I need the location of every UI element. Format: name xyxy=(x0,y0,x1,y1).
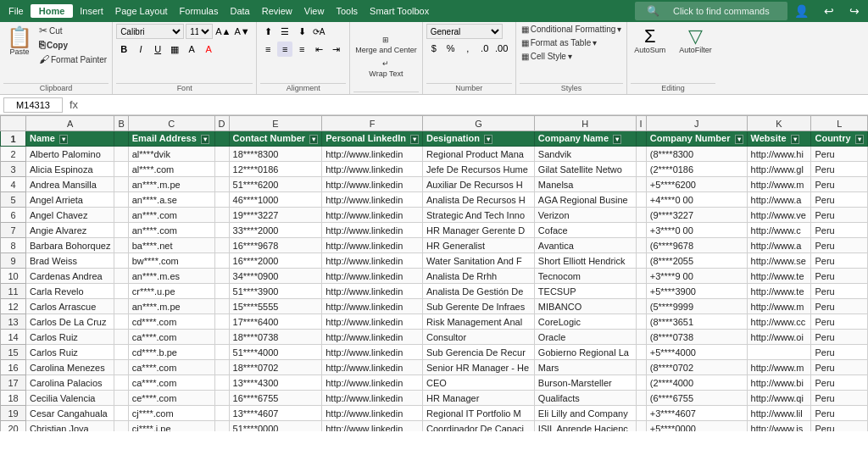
table-cell[interactable] xyxy=(114,208,128,223)
filter-dropdown-icon[interactable]: ▾ xyxy=(791,135,799,144)
table-cell[interactable] xyxy=(214,406,229,421)
table-cell[interactable]: Gilat Satellite Netwo xyxy=(534,162,636,177)
table-cell[interactable]: http://www.linkedin xyxy=(322,406,423,421)
table-cell[interactable] xyxy=(214,177,229,192)
data-header-cell[interactable]: Country ▾ xyxy=(811,131,868,147)
table-cell[interactable]: Carolina Menezes xyxy=(26,360,114,375)
table-cell[interactable]: Peru xyxy=(811,284,868,299)
fill-color-button[interactable]: A xyxy=(184,42,199,57)
conditional-formatting-button[interactable]: ▦ Conditional Formatting ▾ xyxy=(520,24,624,35)
col-header-h[interactable]: H xyxy=(534,116,636,131)
table-cell[interactable]: Short Elliott Hendrick xyxy=(534,253,636,269)
table-cell[interactable]: http://www.qi xyxy=(747,391,811,406)
table-cell[interactable] xyxy=(636,253,646,269)
table-cell[interactable]: (2****0186 xyxy=(646,162,747,177)
table-cell[interactable]: http://www.lil xyxy=(747,406,811,421)
redo-icon[interactable]: ↪ xyxy=(844,3,865,19)
table-cell[interactable]: http://www.linkedin xyxy=(322,162,423,177)
align-middle-button[interactable]: ☰ xyxy=(277,24,292,39)
align-top-button[interactable]: ⬆ xyxy=(260,24,275,39)
font-size-select[interactable]: 11 xyxy=(186,24,213,39)
table-cell[interactable]: 17****6400 xyxy=(229,314,322,330)
table-cell[interactable]: Regional IT Portfolio M xyxy=(423,406,535,421)
table-cell[interactable]: 16****2000 xyxy=(229,253,322,269)
table-cell[interactable]: Sandvik xyxy=(534,147,636,162)
table-cell[interactable]: http://www.ve xyxy=(747,208,811,223)
table-cell[interactable]: Angel Chavez xyxy=(26,208,114,223)
table-cell[interactable] xyxy=(214,330,229,345)
table-cell[interactable]: +3****9 00 xyxy=(646,269,747,284)
table-cell[interactable] xyxy=(214,284,229,299)
table-cell[interactable]: 18****0738 xyxy=(229,330,322,345)
table-cell[interactable]: http://www.linkedin xyxy=(322,391,423,406)
table-cell[interactable]: AGA Regional Busine xyxy=(534,192,636,208)
table-cell[interactable]: http://www.linkedin xyxy=(322,345,423,360)
italic-button[interactable]: I xyxy=(133,42,148,57)
table-cell[interactable] xyxy=(214,238,229,253)
table-cell[interactable]: Christian Joya xyxy=(26,421,114,432)
table-cell[interactable]: Analista De Recursos H xyxy=(423,192,535,208)
table-cell[interactable]: (8****0702 xyxy=(646,360,747,375)
table-cell[interactable]: MIBANCO xyxy=(534,299,636,314)
table-cell[interactable] xyxy=(214,192,229,208)
table-cell[interactable]: Coface xyxy=(534,223,636,238)
col-header-c[interactable]: C xyxy=(128,116,214,131)
table-cell[interactable]: Alberto Palomino xyxy=(26,147,114,162)
table-cell[interactable] xyxy=(214,162,229,177)
table-cell[interactable]: Peru xyxy=(811,314,868,330)
table-cell[interactable]: (8****3651 xyxy=(646,314,747,330)
data-header-cell[interactable]: Contact Number ▾ xyxy=(229,131,322,147)
col-header-j[interactable]: J xyxy=(646,116,747,131)
table-cell[interactable]: an****.m.pe xyxy=(128,177,214,192)
table-cell[interactable] xyxy=(114,192,128,208)
menu-insert[interactable]: Insert xyxy=(75,4,108,18)
table-cell[interactable]: cj****.com xyxy=(128,406,214,421)
format-painter-button[interactable]: 🖌 Format Painter xyxy=(37,53,108,66)
table-cell[interactable] xyxy=(114,314,128,330)
table-cell[interactable] xyxy=(214,345,229,360)
table-cell[interactable]: cd****.com xyxy=(128,314,214,330)
table-cell[interactable]: Peru xyxy=(811,223,868,238)
table-cell[interactable]: http://www.m xyxy=(747,299,811,314)
tab-home[interactable]: Home xyxy=(31,4,74,18)
table-cell[interactable] xyxy=(114,421,128,432)
table-cell[interactable]: http://www.c xyxy=(747,223,811,238)
table-cell[interactable]: (8****8300 xyxy=(646,147,747,162)
col-header-a[interactable]: A xyxy=(26,116,114,131)
table-cell[interactable]: http://www.m xyxy=(747,360,811,375)
decrease-decimal-button[interactable]: .00 xyxy=(494,41,509,56)
table-cell[interactable]: http://www.linkedin xyxy=(322,147,423,162)
table-cell[interactable]: http://www.bi xyxy=(747,375,811,391)
table-cell[interactable] xyxy=(114,391,128,406)
table-cell[interactable] xyxy=(114,147,128,162)
filter-dropdown-icon[interactable]: ▾ xyxy=(201,135,209,144)
table-cell[interactable]: Cesar Cangahuala xyxy=(26,406,114,421)
table-cell[interactable]: Cardenas Andrea xyxy=(26,269,114,284)
table-cell[interactable]: Auxiliar De Recursos H xyxy=(423,177,535,192)
align-right-button[interactable]: ≡ xyxy=(294,42,309,57)
table-cell[interactable]: +5****6200 xyxy=(646,177,747,192)
table-cell[interactable]: Barbara Bohorquez xyxy=(26,238,114,253)
table-cell[interactable]: Carlos Arrascue xyxy=(26,299,114,314)
filter-dropdown-icon[interactable]: ▾ xyxy=(613,135,621,144)
data-header-cell[interactable]: Company Number ▾ xyxy=(646,131,747,147)
table-cell[interactable]: Analista De Rrhh xyxy=(423,269,535,284)
paste-button[interactable]: 📋 Paste xyxy=(3,24,36,58)
share-icon[interactable]: 👤 xyxy=(789,3,814,19)
table-cell[interactable]: http://www.is xyxy=(747,421,811,432)
table-cell[interactable]: Peru xyxy=(811,177,868,192)
table-cell[interactable]: Sub Gerencia De Recur xyxy=(423,345,535,360)
table-cell[interactable]: Gobierno Regional La xyxy=(534,345,636,360)
table-cell[interactable]: Oracle xyxy=(534,330,636,345)
table-cell[interactable]: Peru xyxy=(811,208,868,223)
table-cell[interactable]: Peru xyxy=(811,269,868,284)
col-header-e[interactable]: E xyxy=(229,116,322,131)
table-cell[interactable] xyxy=(214,208,229,223)
table-cell[interactable]: Carlos Ruiz xyxy=(26,330,114,345)
table-cell[interactable] xyxy=(114,406,128,421)
filter-dropdown-icon[interactable]: ▾ xyxy=(410,135,419,144)
percent-button[interactable]: % xyxy=(443,41,459,56)
table-cell[interactable]: 12****0186 xyxy=(229,162,322,177)
table-cell[interactable]: http://www.linkedin xyxy=(322,223,423,238)
table-cell[interactable]: Peru xyxy=(811,253,868,269)
